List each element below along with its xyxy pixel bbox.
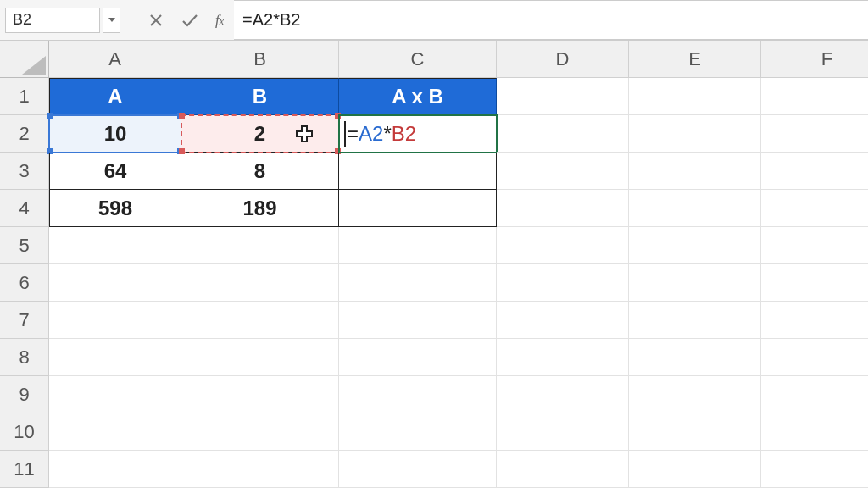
- cell-d3[interactable]: [497, 152, 629, 190]
- cell-f4[interactable]: [761, 190, 868, 227]
- cell-e2[interactable]: [629, 115, 761, 152]
- cell-d10[interactable]: [497, 413, 629, 451]
- row-header-3[interactable]: 3: [0, 152, 49, 190]
- cell-value: 2: [254, 122, 265, 146]
- col-header-a[interactable]: A: [49, 41, 181, 78]
- cell-f6[interactable]: [761, 264, 868, 302]
- cell-f8[interactable]: [761, 339, 868, 376]
- cell-e7[interactable]: [629, 302, 761, 339]
- col-header-d[interactable]: D: [497, 41, 629, 78]
- enter-icon[interactable]: [181, 12, 198, 29]
- spreadsheet-grid: A B C D E F 1 A B A x B 2 10 2 = A2 * B2: [0, 41, 868, 488]
- row-header-10[interactable]: 10: [0, 413, 49, 451]
- cell-e9[interactable]: [629, 376, 761, 413]
- cell-b3[interactable]: 8: [181, 152, 339, 190]
- name-box-group: B2: [0, 0, 125, 40]
- cell-a1[interactable]: A: [49, 78, 181, 115]
- cell-e11[interactable]: [629, 451, 761, 488]
- cell-b10[interactable]: [181, 413, 339, 451]
- col-header-b[interactable]: B: [181, 41, 339, 78]
- cell-b7[interactable]: [181, 302, 339, 339]
- cell-e5[interactable]: [629, 227, 761, 264]
- row-header-7[interactable]: 7: [0, 302, 49, 339]
- cell-e4[interactable]: [629, 190, 761, 227]
- cell-c11[interactable]: [339, 451, 497, 488]
- cell-b8[interactable]: [181, 339, 339, 376]
- cell-f11[interactable]: [761, 451, 868, 488]
- cell-c7[interactable]: [339, 302, 497, 339]
- cell-d11[interactable]: [497, 451, 629, 488]
- cell-c3[interactable]: [339, 152, 497, 190]
- cell-b9[interactable]: [181, 376, 339, 413]
- cell-a2[interactable]: 10: [49, 115, 181, 152]
- cell-d7[interactable]: [497, 302, 629, 339]
- cell-d4[interactable]: [497, 190, 629, 227]
- cell-f1[interactable]: [761, 78, 868, 115]
- cell-b11[interactable]: [181, 451, 339, 488]
- cell-f2[interactable]: [761, 115, 868, 152]
- cell-c8[interactable]: [339, 339, 497, 376]
- cell-c5[interactable]: [339, 227, 497, 264]
- insert-function-icon[interactable]: fx: [215, 12, 224, 29]
- col-header-c[interactable]: C: [339, 41, 497, 78]
- cell-b6[interactable]: [181, 264, 339, 302]
- cell-b4[interactable]: 189: [181, 190, 339, 227]
- cell-f3[interactable]: [761, 152, 868, 190]
- select-all-corner[interactable]: [0, 41, 49, 78]
- ref-handle[interactable]: [179, 113, 185, 119]
- row-header-2[interactable]: 2: [0, 115, 49, 152]
- cell-a5[interactable]: [49, 227, 181, 264]
- row-header-8[interactable]: 8: [0, 339, 49, 376]
- name-box[interactable]: B2: [5, 8, 100, 33]
- cell-a4[interactable]: 598: [49, 190, 181, 227]
- cell-c2[interactable]: = A2 * B2: [339, 115, 497, 152]
- row-header-9[interactable]: 9: [0, 376, 49, 413]
- cell-c9[interactable]: [339, 376, 497, 413]
- cell-b2[interactable]: 2: [181, 115, 339, 152]
- cell-f5[interactable]: [761, 227, 868, 264]
- cell-a8[interactable]: [49, 339, 181, 376]
- row-header-4[interactable]: 4: [0, 190, 49, 227]
- name-box-dropdown[interactable]: [103, 8, 120, 33]
- cell-e10[interactable]: [629, 413, 761, 451]
- cell-a6[interactable]: [49, 264, 181, 302]
- formula-token-op: *: [383, 122, 391, 146]
- cell-f7[interactable]: [761, 302, 868, 339]
- cell-e8[interactable]: [629, 339, 761, 376]
- cell-d6[interactable]: [497, 264, 629, 302]
- cancel-icon[interactable]: [147, 12, 164, 29]
- cell-f10[interactable]: [761, 413, 868, 451]
- cell-c6[interactable]: [339, 264, 497, 302]
- cell-d5[interactable]: [497, 227, 629, 264]
- cell-a11[interactable]: [49, 451, 181, 488]
- cell-d1[interactable]: [497, 78, 629, 115]
- cell-e3[interactable]: [629, 152, 761, 190]
- row-header-6[interactable]: 6: [0, 264, 49, 302]
- cell-a9[interactable]: [49, 376, 181, 413]
- cell-value: 10: [104, 122, 127, 146]
- cell-e6[interactable]: [629, 264, 761, 302]
- cell-b1[interactable]: B: [181, 78, 339, 115]
- cell-d8[interactable]: [497, 339, 629, 376]
- cell-a10[interactable]: [49, 413, 181, 451]
- cell-c1[interactable]: A x B: [339, 78, 497, 115]
- cell-b5[interactable]: [181, 227, 339, 264]
- cell-c4[interactable]: [339, 190, 497, 227]
- row-header-5[interactable]: 5: [0, 227, 49, 264]
- formula-bar-tools: fx: [137, 0, 234, 40]
- row-header-1[interactable]: 1: [0, 78, 49, 115]
- formula-input[interactable]: =A2*B2: [234, 0, 868, 40]
- cell-cursor-icon: [294, 124, 314, 144]
- cell-a7[interactable]: [49, 302, 181, 339]
- cell-c10[interactable]: [339, 413, 497, 451]
- cell-e1[interactable]: [629, 78, 761, 115]
- ref-handle[interactable]: [47, 113, 53, 119]
- col-header-f[interactable]: F: [761, 41, 868, 78]
- cell-a3[interactable]: 64: [49, 152, 181, 190]
- col-header-e[interactable]: E: [629, 41, 761, 78]
- text-caret: [344, 121, 346, 147]
- cell-d2[interactable]: [497, 115, 629, 152]
- row-header-11[interactable]: 11: [0, 451, 49, 488]
- cell-f9[interactable]: [761, 376, 868, 413]
- cell-d9[interactable]: [497, 376, 629, 413]
